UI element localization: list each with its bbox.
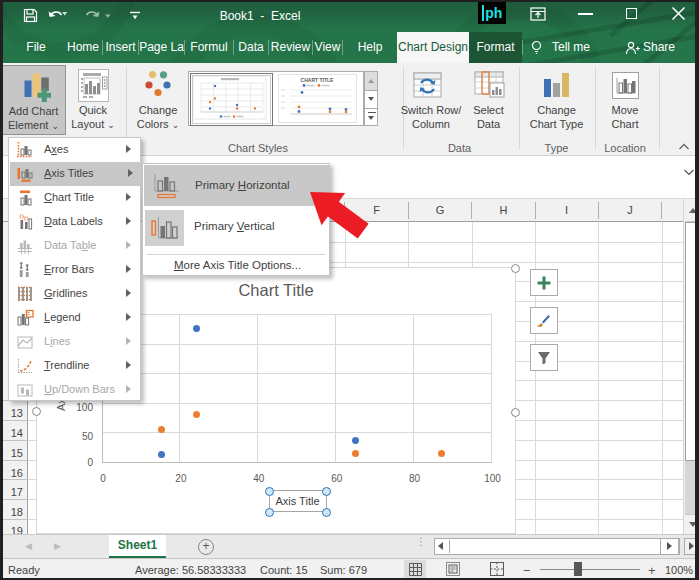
svg-text:CHART TITLE: CHART TITLE	[301, 77, 334, 83]
